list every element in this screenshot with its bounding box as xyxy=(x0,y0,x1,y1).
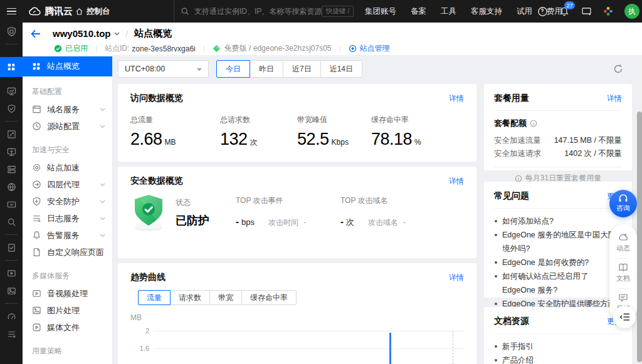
timezone-select[interactable]: UTC+08:00 xyxy=(118,60,209,78)
search-placeholder: 支持通过实例ID、IP、名称等搜索资源 xyxy=(194,6,322,17)
trend-detail-link[interactable]: 详情 xyxy=(449,273,464,283)
topbar-menu-item-3[interactable]: 工具 xyxy=(441,6,456,17)
range-tab-昨日[interactable]: 昨日 xyxy=(250,60,283,78)
back-arrow-icon[interactable] xyxy=(30,29,44,39)
faq-link-item[interactable]: 如何添加站点? xyxy=(494,214,622,228)
range-tab-近7日[interactable]: 近7日 xyxy=(283,60,321,78)
trend-tab-带宽[interactable]: 带宽 xyxy=(209,290,242,305)
rail-divider xyxy=(5,303,18,304)
chat-feedback-icon xyxy=(618,293,628,303)
topbar-menu-item-1[interactable]: 集团账号 xyxy=(365,6,396,17)
notification-count-badge: 27 xyxy=(564,1,575,9)
sidebar-item-媒体文件[interactable]: 媒体文件 xyxy=(23,319,112,336)
sidebar-section-label: 基础配置 xyxy=(23,76,112,101)
pill-divider xyxy=(618,258,628,259)
status-badge: 已启用 xyxy=(54,43,88,54)
page-title: 站点概览 xyxy=(134,28,172,39)
rail-site-overview-active[interactable] xyxy=(0,57,23,77)
topbar-menu-item-2[interactable]: 备案 xyxy=(411,6,426,17)
network-circle-icon[interactable] xyxy=(0,178,23,195)
sidebar-item-四层代理[interactable]: 四层代理 xyxy=(23,176,112,193)
zone-id-value: zone-3es58rvxga6i xyxy=(132,44,195,53)
doc-link-item[interactable]: 产品介绍 xyxy=(494,353,622,364)
sidebar-item-安全防护[interactable]: 安全防护 xyxy=(23,193,112,210)
tencent-cloud-logo[interactable]: 腾讯云 xyxy=(29,0,73,23)
search-icon[interactable] xyxy=(0,213,23,231)
chevron-down-icon xyxy=(100,200,105,204)
site-manage-link[interactable]: 站点管理 xyxy=(349,43,390,54)
sidebar-item-用量封顶策略[interactable]: 用量封顶策略 xyxy=(23,360,112,364)
ip-address-icon[interactable]: IP xyxy=(0,195,23,213)
access-card-title: 访问数据概览 xyxy=(130,93,183,104)
edit-note-icon[interactable] xyxy=(0,125,23,143)
scrollbar-thumb[interactable] xyxy=(637,112,642,362)
metric-缓存命中率: 缓存命中率78.18% xyxy=(371,115,464,149)
console-link[interactable]: 控制台 xyxy=(75,0,110,23)
sidebar-item-站点概览[interactable]: 站点概览 xyxy=(23,56,112,76)
faq-link-item[interactable]: EdgeOne 服务的地区是中国大陆境外吗? xyxy=(494,228,622,256)
zone-id-label: 站点ID: xyxy=(105,43,129,54)
floating-动态-button[interactable]: 动态 xyxy=(616,230,630,257)
consult-button[interactable]: 咨询 xyxy=(609,190,637,217)
edgeone-shield-icon[interactable] xyxy=(0,23,23,40)
trend-tab-缓存命中率[interactable]: 缓存命中率 xyxy=(241,290,297,305)
support-circle-icon[interactable] xyxy=(537,6,548,17)
user-avatar[interactable]: 执 xyxy=(624,4,639,19)
feature-list-icon[interactable] xyxy=(0,325,23,343)
access-detail-link[interactable]: 详情 xyxy=(449,93,464,104)
sidebar-item-图片处理[interactable]: 图片处理 xyxy=(23,302,112,319)
monitor-add-icon[interactable] xyxy=(0,143,23,160)
topbar-menu: 集团账号备案工具客服支持试用费用 xyxy=(365,0,562,23)
trend-chart: 21.6 xyxy=(130,331,464,364)
global-search-input[interactable]: 支持通过实例ID、IP、名称等搜索资源 xyxy=(181,0,322,23)
media-monitor-icon[interactable] xyxy=(0,264,23,282)
top-attack-events: TOP 攻击事件 - bps 攻击时间 - xyxy=(236,195,340,228)
notification-bell-icon[interactable]: 27 xyxy=(559,6,570,17)
topbar-menu-item-5[interactable]: 试用 xyxy=(517,6,532,17)
collapse-list-icon xyxy=(619,313,630,321)
docs-card-title: 文档资源 xyxy=(494,316,529,327)
apps-colorful-icon[interactable] xyxy=(603,6,614,17)
sidebar-item-告警服务[interactable]: 告警服务 xyxy=(23,227,112,244)
sidebar-item-label: 四层代理 xyxy=(47,179,80,190)
protected-shield-graphic xyxy=(130,193,167,232)
sidebar-item-域名服务[interactable]: 域名服务 xyxy=(23,101,112,118)
sidebar-item-日志服务[interactable]: 日志服务 xyxy=(23,210,112,227)
monitor-stats-icon[interactable] xyxy=(0,82,23,100)
sidebar-item-站点加速[interactable]: 站点加速 xyxy=(23,159,112,176)
topbar-menu-item-4[interactable]: 客服支持 xyxy=(471,6,502,17)
usage-gauge-icon[interactable] xyxy=(0,308,23,325)
attack-events-value: - xyxy=(236,216,239,227)
image-file-icon[interactable] xyxy=(0,282,23,299)
doc-link-item[interactable]: 新手指引 xyxy=(494,340,622,353)
server-stack-icon[interactable] xyxy=(0,160,23,178)
site-selector[interactable]: wwy0510.top xyxy=(53,28,120,39)
faq-card-title: 常见问题 xyxy=(494,190,529,202)
faq-link-item[interactable]: 如何确认站点已经启用了 EdgeOne 服务? xyxy=(494,269,622,297)
range-tab-近14日[interactable]: 近14日 xyxy=(320,60,362,78)
floating-文档-button[interactable]: 文档 xyxy=(616,260,630,287)
shield-icon[interactable] xyxy=(0,100,23,117)
time-toolbar: UTC+08:00 今日昨日近7日近14日 xyxy=(118,60,632,78)
scrollbar-track[interactable] xyxy=(637,55,642,364)
sidebar-item-自定义响应页面[interactable]: 自定义响应页面 xyxy=(23,244,112,261)
info-icon[interactable] xyxy=(530,120,537,127)
faq-link-item[interactable]: EdgeOne 是如何收费的? xyxy=(494,256,622,269)
refresh-icon[interactable] xyxy=(613,64,623,74)
sidebar-item-label: 日志服务 xyxy=(47,213,80,224)
manage-gear-icon xyxy=(349,44,357,53)
security-detail-link[interactable]: 详情 xyxy=(449,176,464,187)
sidebar-item-音视频处理[interactable]: 音视频处理 xyxy=(23,285,112,302)
range-tab-今日[interactable]: 今日 xyxy=(216,60,250,78)
trend-card-title: 趋势曲线 xyxy=(130,272,166,283)
task-check-icon[interactable] xyxy=(0,239,23,256)
plan-quota-rows: 安全加速流量147.15 MB / 不限量安全加速请求1402 次 / 不限量 xyxy=(494,134,622,160)
collapse-panel-button[interactable] xyxy=(613,306,636,328)
attack-domains-value: - xyxy=(340,216,344,227)
plan-detail-link[interactable]: 详情 xyxy=(607,93,622,104)
sidebar-item-源站配置[interactable]: 源站配置 xyxy=(23,118,112,135)
console-window-icon[interactable] xyxy=(581,6,592,17)
trend-tab-流量[interactable]: 流量 xyxy=(138,290,171,305)
trend-tab-请求数[interactable]: 请求数 xyxy=(170,290,210,305)
hamburger-menu-icon[interactable] xyxy=(0,0,23,23)
